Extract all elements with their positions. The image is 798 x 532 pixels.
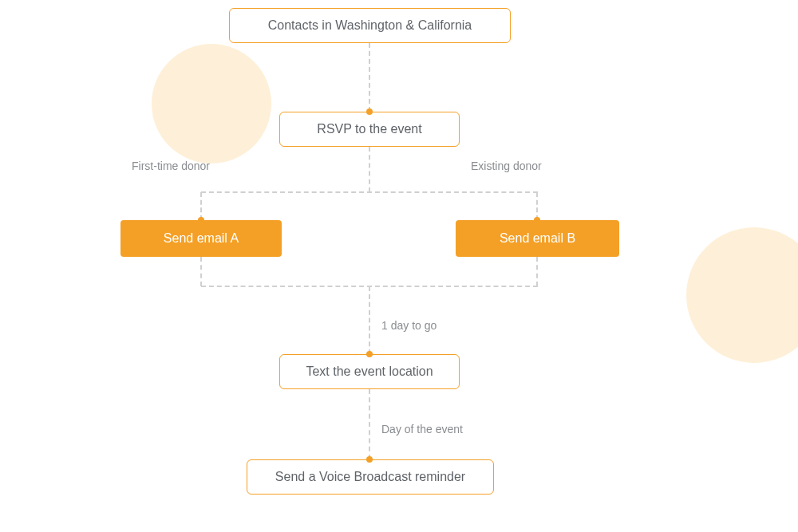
connector-branch-right <box>536 192 538 220</box>
node-email-b-label: Send email B <box>500 231 575 246</box>
connector-rejoin-center <box>369 286 370 354</box>
dot-email-a-top <box>198 217 204 223</box>
connector-text-voice <box>369 389 370 459</box>
connector-rsvp-split <box>369 147 370 192</box>
connector-split-horizontal <box>201 191 538 193</box>
bg-circle-right <box>686 227 798 363</box>
connector-branch-left <box>200 192 202 220</box>
dot-email-b-top <box>534 217 540 223</box>
node-contacts-label: Contacts in Washington & California <box>268 18 472 33</box>
dot-text-location-top <box>366 351 373 357</box>
node-email-a-label: Send email A <box>164 231 239 246</box>
label-branch-right: Existing donor <box>471 160 542 172</box>
node-contacts: Contacts in Washington & California <box>229 8 511 43</box>
label-branch-left: First-time donor <box>132 160 210 172</box>
dot-rsvp-top <box>366 108 373 115</box>
connector-rejoin-right <box>536 257 538 286</box>
node-rsvp-label: RSVP to the event <box>317 122 421 136</box>
node-rsvp: RSVP to the event <box>279 112 460 147</box>
label-event-day: Day of the event <box>381 423 463 435</box>
node-voice-reminder: Send a Voice Broadcast reminder <box>247 459 494 495</box>
node-email-b: Send email B <box>456 220 619 257</box>
node-text-location-label: Text the event location <box>306 365 433 379</box>
connector-rejoin-left <box>200 257 202 286</box>
label-1day: 1 day to go <box>381 319 437 332</box>
node-email-a: Send email A <box>120 220 282 257</box>
node-text-location: Text the event location <box>279 354 460 389</box>
connector-contacts-rsvp <box>369 43 370 112</box>
bg-circle-left <box>152 44 271 164</box>
node-voice-reminder-label: Send a Voice Broadcast reminder <box>275 470 465 484</box>
dot-voice-top <box>366 456 373 463</box>
